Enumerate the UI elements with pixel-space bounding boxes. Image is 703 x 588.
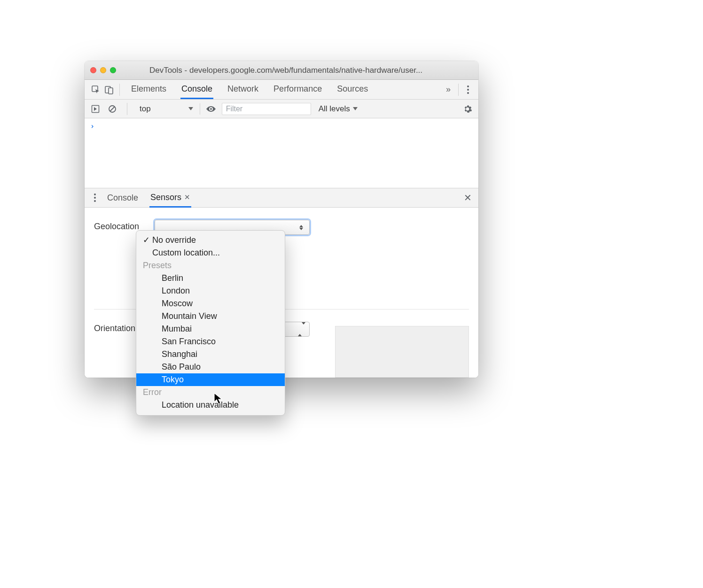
filter-input[interactable]	[222, 103, 311, 115]
drawer-tab-label: Console	[107, 193, 138, 203]
close-drawer-icon[interactable]: ✕	[462, 192, 474, 203]
close-tab-icon[interactable]: ✕	[184, 193, 190, 201]
dropdown-option-label: Tokyo	[162, 375, 184, 385]
maximize-window-button[interactable]	[110, 67, 116, 73]
minimize-window-button[interactable]	[100, 67, 106, 73]
divider	[119, 84, 120, 96]
dropdown-option-label: Mumbai	[162, 324, 192, 334]
drawer-menu-icon[interactable]	[89, 193, 101, 202]
dropdown-option-preset[interactable]: San Francisco	[136, 335, 285, 348]
dropdown-option-preset[interactable]: Moscow	[136, 297, 285, 310]
dropdown-option-preset[interactable]: Mountain View	[136, 310, 285, 323]
dropdown-option-label: London	[162, 286, 190, 296]
main-menu-icon[interactable]	[462, 83, 474, 97]
svg-rect-2	[109, 88, 113, 94]
dropdown-option-custom-location[interactable]: Custom location...	[136, 247, 285, 259]
dropdown-option-label: Shanghai	[162, 349, 197, 359]
dropdown-option-no-override[interactable]: ✓ No override	[136, 233, 285, 247]
context-value: top	[140, 104, 151, 114]
dropdown-group-error: Error	[136, 386, 285, 399]
console-output[interactable]: ›	[85, 118, 478, 188]
divider	[127, 103, 127, 115]
dropdown-option-preset[interactable]: London	[136, 285, 285, 297]
console-toolbar: top All levels	[85, 100, 478, 118]
dropdown-option-label: Berlin	[162, 273, 183, 283]
device-toolbar-icon[interactable]	[102, 83, 116, 96]
tab-console[interactable]: Console	[180, 80, 213, 99]
main-tabs: Elements Console Network Performance Sou…	[130, 80, 369, 99]
window-titlebar: DevTools - developers.google.com/web/fun…	[85, 61, 478, 80]
tab-elements[interactable]: Elements	[130, 80, 167, 99]
tab-performance[interactable]: Performance	[273, 80, 323, 99]
dropdown-option-preset[interactable]: Tokyo	[136, 373, 285, 386]
dropdown-option-preset[interactable]: São Paulo	[136, 361, 285, 373]
select-caret-icon	[298, 325, 305, 334]
dropdown-option-preset[interactable]: Mumbai	[136, 323, 285, 335]
drawer-tabs: Console Sensors ✕	[106, 188, 191, 208]
dropdown-group-presets: Presets	[136, 259, 285, 272]
dropdown-option-label: Custom location...	[152, 248, 220, 258]
chevron-down-icon	[353, 107, 358, 110]
chevron-down-icon	[188, 107, 193, 110]
more-tabs-icon[interactable]: »	[442, 85, 454, 94]
dropdown-option-error[interactable]: Location unavailable	[136, 399, 285, 411]
dropdown-option-preset[interactable]: Berlin	[136, 272, 285, 285]
orientation-preview	[335, 326, 469, 378]
prompt-caret-icon: ›	[90, 122, 94, 131]
log-levels-select[interactable]: All levels	[316, 104, 360, 114]
execute-icon[interactable]	[89, 103, 102, 115]
tab-network[interactable]: Network	[227, 80, 259, 99]
inspect-element-icon[interactable]	[89, 83, 102, 96]
check-icon: ✓	[143, 235, 152, 245]
window-controls	[90, 67, 116, 73]
dropdown-option-preset[interactable]: Shanghai	[136, 348, 285, 361]
select-caret-icon	[297, 225, 305, 230]
dropdown-option-label: No override	[152, 235, 196, 245]
log-levels-value: All levels	[319, 104, 350, 114]
drawer-tabstrip: Console Sensors ✕ ✕	[85, 188, 478, 208]
drawer-tab-label: Sensors	[150, 193, 181, 202]
clear-console-icon[interactable]	[106, 103, 118, 115]
drawer-tab-sensors[interactable]: Sensors ✕	[149, 188, 191, 208]
dropdown-option-label: Mountain View	[162, 311, 217, 321]
dropdown-option-label: Location unavailable	[162, 400, 239, 410]
context-select[interactable]: top	[136, 103, 200, 115]
dropdown-option-label: São Paulo	[162, 362, 201, 372]
drawer-tab-console[interactable]: Console	[106, 188, 139, 208]
geolocation-dropdown: ✓ No override Custom location... Presets…	[136, 230, 285, 416]
live-expression-icon[interactable]	[205, 103, 217, 115]
close-window-button[interactable]	[90, 67, 96, 73]
dropdown-option-label: Moscow	[162, 299, 193, 309]
svg-line-5	[110, 107, 115, 111]
divider	[458, 84, 459, 96]
tab-sources[interactable]: Sources	[336, 80, 369, 99]
console-settings-icon[interactable]	[461, 103, 474, 115]
dropdown-option-label: San Francisco	[162, 337, 216, 347]
main-tabstrip: Elements Console Network Performance Sou…	[85, 80, 478, 100]
window-title: DevTools - developers.google.com/web/fun…	[123, 66, 473, 75]
